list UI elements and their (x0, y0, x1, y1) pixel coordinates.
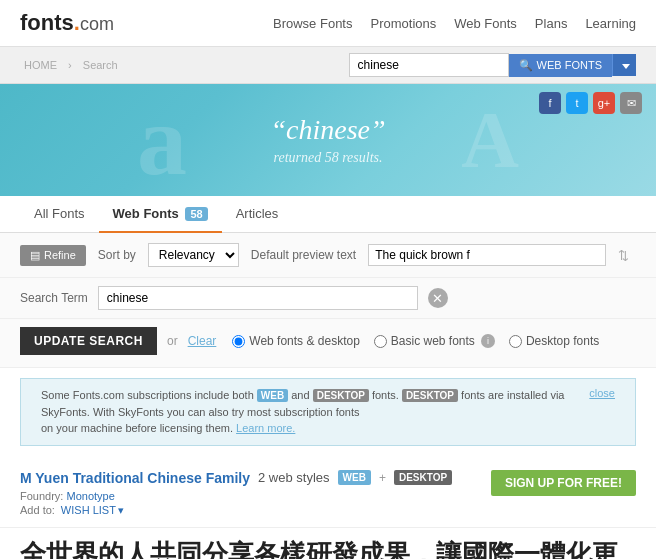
desktop-tag: DESKTOP (313, 389, 369, 402)
result-actions: SIGN UP FOR FREE! (491, 470, 636, 496)
filter-icon: ▤ (30, 249, 40, 262)
result-item: M Yuen Traditional Chinese Family 2 web … (0, 456, 656, 528)
search-icon: 🔍 (519, 59, 533, 72)
nav-promotions[interactable]: Promotions (370, 16, 436, 31)
badge-plus: + (379, 471, 386, 485)
nav-browse[interactable]: Browse Fonts (273, 16, 352, 31)
foundry-label: Foundry: (20, 490, 63, 502)
hero-banner: a A f t g+ ✉ “chinese” returned 58 resul… (0, 84, 656, 196)
hero-bg-letter-right: A (461, 95, 519, 186)
tab-all-fonts[interactable]: All Fonts (20, 196, 99, 233)
foundry-link[interactable]: Monotype (66, 490, 114, 502)
result-main-row: M Yuen Traditional Chinese Family 2 web … (20, 470, 636, 517)
sort-label: Sort by (98, 248, 136, 262)
tab-articles[interactable]: Articles (222, 196, 293, 233)
header: fonts.com Browse Fonts Promotions Web Fo… (0, 0, 656, 47)
or-text: or (167, 334, 178, 348)
search-term-row: Search Term ✕ (0, 278, 656, 319)
google-plus-icon[interactable]: g+ (593, 92, 615, 114)
result-info: M Yuen Traditional Chinese Family 2 web … (20, 470, 491, 517)
filter-radio-group: Web fonts & desktop Basic web fonts i De… (232, 334, 599, 348)
radio-desktop[interactable]: Desktop fonts (509, 334, 599, 348)
sort-select[interactable]: Relevancy (148, 243, 239, 267)
preview-text-input[interactable] (368, 244, 606, 266)
hero-title: “chinese” (270, 114, 385, 146)
email-icon[interactable]: ✉ (620, 92, 642, 114)
wish-list-button[interactable]: WISH LIST ▾ (61, 504, 124, 517)
info-banner: Some Fonts.com subscriptions include bot… (20, 378, 636, 446)
radio-web-desktop[interactable]: Web fonts & desktop (232, 334, 360, 348)
filter-bar: ▤ Refine Sort by Relevancy Default previ… (0, 233, 656, 278)
clear-link[interactable]: Clear (188, 334, 217, 348)
web-fonts-count: 58 (185, 207, 207, 221)
top-bar: HOME › Search 🔍 WEB FONTS (0, 47, 656, 84)
add-label: Add to: (20, 504, 55, 516)
nav-web-fonts[interactable]: Web Fonts (454, 16, 517, 31)
nav-learning[interactable]: Learning (585, 16, 636, 31)
info-icon[interactable]: i (481, 334, 495, 348)
learn-more-link[interactable]: Learn more. (236, 422, 295, 434)
search-term-field[interactable] (98, 286, 418, 310)
tab-web-fonts[interactable]: Web Fonts 58 (99, 196, 222, 233)
clear-search-term-button[interactable]: ✕ (428, 288, 448, 308)
facebook-icon[interactable]: f (539, 92, 561, 114)
desktop-tag-2: DESKTOP (402, 389, 458, 402)
refine-button[interactable]: ▤ Refine (20, 245, 86, 266)
font-family-link[interactable]: M Yuen Traditional Chinese Family (20, 470, 250, 486)
breadcrumb: HOME › Search (20, 59, 122, 71)
web-badge: WEB (338, 470, 371, 485)
info-banner-text: Some Fonts.com subscriptions include bot… (41, 387, 579, 437)
update-search-button[interactable]: UPDATE SEARCH (20, 327, 157, 355)
breadcrumb-sep: › (68, 59, 72, 71)
logo: fonts.com (20, 10, 114, 36)
hero-subtitle: returned 58 results. (273, 150, 382, 166)
web-fonts-search-button[interactable]: 🔍 WEB FONTS (509, 54, 612, 77)
font-preview-text: 全世界的人共同分享各樣研發成果，讓國際一體化更趣 (20, 538, 636, 560)
search-term-label: Search Term (20, 291, 88, 305)
sign-up-button[interactable]: SIGN UP FOR FREE! (491, 470, 636, 496)
chevron-down-icon (622, 64, 630, 69)
search-dropdown-button[interactable] (612, 54, 636, 76)
close-banner-button[interactable]: close (589, 387, 615, 399)
add-to-row: Add to: WISH LIST ▾ (20, 504, 491, 517)
top-search-input[interactable] (349, 53, 509, 77)
radio-basic-web[interactable]: Basic web fonts i (374, 334, 495, 348)
content-area: All Fonts Web Fonts 58 Articles ▤ Refine… (0, 196, 656, 559)
logo-com: com (80, 14, 114, 34)
breadcrumb-home[interactable]: HOME (24, 59, 57, 71)
social-icons: f t g+ ✉ (539, 92, 642, 114)
hero-bg-letter-left: a (137, 84, 187, 196)
update-search-row: UPDATE SEARCH or Clear Web fonts & deskt… (0, 319, 656, 368)
tab-bar: All Fonts Web Fonts 58 Articles (0, 196, 656, 233)
main-nav: Browse Fonts Promotions Web Fonts Plans … (273, 16, 636, 31)
web-tag: WEB (257, 389, 288, 402)
foundry-row: Foundry: Monotype (20, 490, 491, 502)
preview-arrows-icon: ⇅ (618, 248, 629, 263)
search-btn-label: WEB FONTS (537, 59, 602, 71)
font-preview-area: 全世界的人共同分享各樣研發成果，讓國際一體化更趣 (0, 528, 656, 560)
preview-label: Default preview text (251, 248, 356, 262)
top-search-bar: 🔍 WEB FONTS (349, 53, 636, 77)
nav-plans[interactable]: Plans (535, 16, 568, 31)
logo-fonts: fonts (20, 10, 74, 35)
breadcrumb-search: Search (83, 59, 118, 71)
result-title-row: M Yuen Traditional Chinese Family 2 web … (20, 470, 491, 486)
desktop-badge: DESKTOP (394, 470, 452, 485)
twitter-icon[interactable]: t (566, 92, 588, 114)
dropdown-arrow-icon: ▾ (118, 504, 124, 517)
font-styles-count: 2 web styles (258, 470, 330, 485)
